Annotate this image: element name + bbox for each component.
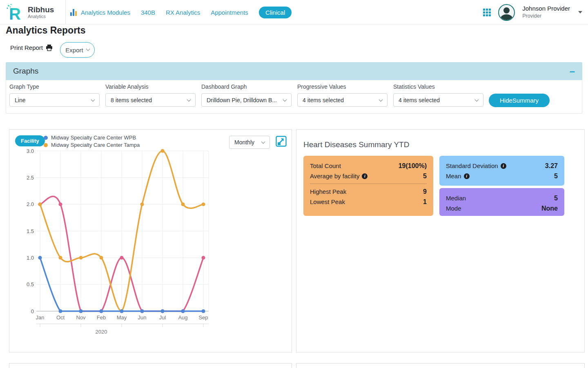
user-role: Provider [522,12,570,20]
user-avatar[interactable] [498,4,515,21]
apps-grid-icon[interactable] [483,9,491,16]
svg-text:Feb: Feb [97,314,106,321]
summary-row-highest-peak: Highest Peak 9 [310,186,427,197]
nav-item-340b[interactable]: 340B [141,9,155,16]
filter-graph-type: Graph Type Line [9,83,100,107]
svg-text:Jun: Jun [138,314,147,321]
row-label: Highest Peak [310,188,346,195]
row-label: Median [446,195,466,202]
svg-text:Sep: Sep [198,314,208,321]
svg-text:2.0: 2.0 [27,201,34,207]
user-info[interactable]: Johnson Provider Provider [522,5,570,20]
chart-legend: Midway Specialty Care Center WPBMidway S… [44,135,140,148]
summary-card-statistics: Standard Deviationi 3.27 Meani 5 [439,156,564,186]
row-label: Average by facility [310,173,359,180]
filter-dashboard-graph: Dashboard Graph Drilldown Pie, Drilldown… [201,83,292,107]
user-name: Johnson Provider [522,5,570,12]
chevron-down-icon [187,97,191,101]
filter-label: Variable Analysis [105,83,196,90]
facility-button[interactable]: Facility [15,135,45,146]
user-menu-caret-icon[interactable] [578,11,582,13]
page-title: Analytics Reports [6,25,86,36]
filter-panel: Graph Type Line Variable Analysis 8 item… [6,80,582,114]
svg-text:R: R [9,5,21,22]
chevron-down-icon [475,97,479,101]
brand-logo[interactable]: R Ribhus Analytics [6,3,54,22]
svg-text:Jan: Jan [36,314,45,321]
filter-label: Dashboard Graph [201,83,292,90]
svg-text:1.0: 1.0 [27,255,34,261]
dashboard-graph-select[interactable]: Drilldown Pie, Drilldown B... [201,93,292,107]
legend-item[interactable]: Midway Specialty Care Center WPB [44,135,140,141]
summary-row-lowest-peak: Lowest Peak 1 [310,197,427,207]
svg-text:0.5: 0.5 [27,281,34,287]
summary-card-median-mode: Median 5 Mode None [439,188,564,216]
summary-row-median: Median 5 [446,193,558,203]
nav-divider [65,0,66,24]
info-icon[interactable]: i [464,173,470,179]
row-value: 5 [423,173,427,180]
row-value: 1 [423,198,427,206]
chevron-down-icon [86,47,90,51]
summary-row-mean: Meani 5 [446,171,558,181]
row-label: Standard Deviation [446,162,498,169]
svg-text:Jul: Jul [159,314,166,321]
nav-links: Analytics Modules 340B RX Analytics Appo… [70,0,292,25]
summary-row-total-count: Total Count 19(100%) [310,161,427,171]
svg-text:Nov: Nov [76,314,86,321]
collapse-minus-icon[interactable]: – [570,67,575,75]
row-value: 3.27 [545,162,558,170]
chevron-down-icon [91,97,95,101]
facility-chart-panel: Facility Midway Specialty Care Center WP… [9,129,292,352]
summary-panel: Heart Diseases Summary YTD Total Count 1… [296,129,585,352]
ribhus-logo-icon: R [6,3,24,22]
row-label: Mean [446,173,461,180]
row-value: 5 [554,173,558,180]
svg-text:2020: 2020 [96,329,107,335]
filter-label: Graph Type [9,83,100,90]
next-panel-right-stub [296,363,585,368]
summary-row-average: Average by facilityi 5 [310,171,427,181]
expand-chart-button[interactable] [276,136,287,147]
svg-text:May: May [117,314,127,321]
info-icon[interactable]: i [501,163,506,169]
statistics-values-value: 4 items selected [399,97,440,103]
print-report-label: Print Report [10,44,43,51]
nav-item-rx-analytics[interactable]: RX Analytics [166,9,200,16]
summary-row-stddev: Standard Deviationi 3.27 [446,161,558,171]
printer-icon [46,45,53,51]
chevron-down-icon [261,140,265,144]
export-label: Export [65,47,83,54]
row-label: Lowest Peak [310,198,345,205]
graph-type-value: Line [15,97,25,103]
hide-summary-button[interactable]: HideSummary [489,94,550,107]
print-report-button[interactable]: Print Report [10,44,53,51]
next-panel-left-stub [9,363,292,368]
bar-chart-icon [70,9,77,16]
legend-dot-icon [44,143,48,147]
legend-label: Midway Specialty Care Center WPB [51,135,136,141]
nav-item-clinical-active[interactable]: Clinical [259,7,292,18]
card-divider [310,184,427,184]
export-button[interactable]: Export [60,42,95,58]
info-icon[interactable]: i [362,173,368,179]
nav-item-appointments[interactable]: Appointments [211,9,248,16]
nav-item-analytics-modules[interactable]: Analytics Modules [81,9,130,16]
statistics-values-select[interactable]: 4 items selected [393,93,483,107]
facility-trend-chart: 3.02.52.01.51.00.50JanOctNovFebMayJunJul… [18,147,283,343]
brand-subtitle: Analytics [28,14,54,19]
graph-type-select[interactable]: Line [9,93,100,107]
variable-analysis-value: 8 items selected [111,97,152,103]
row-label: Total Count [310,162,341,169]
variable-analysis-select[interactable]: 8 items selected [105,93,196,107]
progressive-values-select[interactable]: 4 items selected [297,93,388,107]
graphs-section-header[interactable]: Graphs – [6,62,582,80]
chevron-down-icon [283,97,287,101]
summary-title: Heart Diseases Summary YTD [303,140,409,149]
row-value: None [541,205,558,212]
expand-icon [276,136,287,147]
filter-label: Statistics Values [393,83,483,90]
summary-row-mode: Mode None [446,203,558,213]
filter-label: Progressive Values [297,83,388,90]
svg-text:1.5: 1.5 [27,228,34,234]
